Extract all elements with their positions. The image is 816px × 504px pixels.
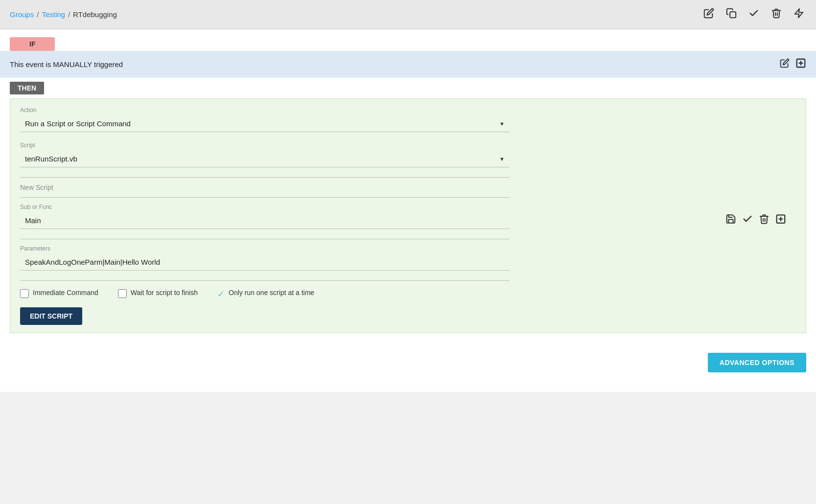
only-run-one-checkmark-icon: ✓ (217, 289, 225, 299)
then-label-row: THEN (0, 78, 816, 98)
add-button[interactable] (775, 214, 786, 227)
breadcrumb-testing[interactable]: Testing (42, 10, 65, 19)
trigger-edit-button[interactable] (780, 58, 790, 70)
script-select[interactable]: tenRunScript.vb (20, 151, 510, 167)
sub-func-label: Sub or Func (20, 204, 796, 210)
action-block: Action Run a Script or Script Command Sc… (10, 98, 806, 333)
wait-script-checkbox[interactable] (118, 289, 127, 298)
divider-4 (20, 280, 510, 281)
header: Groups / Testing / RTdebugging (0, 0, 816, 29)
trigger-add-button[interactable] (795, 58, 806, 71)
immediate-command-checkbox-item: Immediate Command (20, 289, 98, 298)
parameters-input[interactable] (20, 254, 510, 271)
svg-rect-0 (730, 12, 736, 18)
if-label: IF (10, 37, 806, 51)
check-button[interactable] (742, 214, 753, 227)
sub-func-input[interactable] (20, 212, 510, 229)
trigger-row: This event is MANUALLY triggered (0, 51, 816, 78)
action-select[interactable]: Run a Script or Script Command (20, 115, 510, 132)
parameters-field-group: Parameters (20, 245, 796, 271)
new-script-title: New Script (20, 183, 796, 191)
trigger-actions (780, 58, 806, 71)
edit-script-button[interactable]: EDIT SCRIPT (20, 307, 82, 325)
action-select-wrapper: Run a Script or Script Command (20, 115, 510, 132)
if-block: IF (0, 29, 816, 51)
action-field-label: Action (20, 107, 796, 114)
script-field-label: Script (20, 142, 796, 149)
breadcrumb-sep1: / (37, 10, 39, 19)
if-label-text: IF (10, 37, 55, 51)
parameters-label: Parameters (20, 245, 796, 252)
trigger-text: This event is MANUALLY triggered (10, 60, 123, 69)
wait-script-label[interactable]: Wait for script to finish (131, 289, 198, 297)
immediate-command-checkbox[interactable] (20, 289, 29, 298)
breadcrumb-groups[interactable]: Groups (10, 10, 34, 19)
action-field-group: Action Run a Script or Script Command (20, 107, 796, 132)
advanced-options-button[interactable]: ADVANCED OPTIONS (708, 353, 806, 372)
breadcrumb: Groups / Testing / RTdebugging (10, 10, 117, 19)
then-label-text: THEN (10, 82, 44, 94)
checkboxes-row: Immediate Command Wait for script to fin… (20, 289, 796, 299)
save-button[interactable] (725, 214, 736, 227)
header-delete-button[interactable] (769, 6, 784, 23)
header-edit-button[interactable] (701, 6, 716, 23)
wait-script-checkbox-item: Wait for script to finish (118, 289, 198, 298)
divider-2 (20, 197, 510, 198)
delete-button[interactable] (759, 214, 769, 227)
only-run-one-checkbox-item: ✓ Only run one script at a time (217, 289, 314, 299)
header-run-button[interactable] (792, 6, 806, 23)
divider-3 (20, 239, 510, 239)
script-field-group: Script tenRunScript.vb (20, 142, 796, 167)
only-run-one-label: Only run one script at a time (229, 289, 314, 297)
footer: ADVANCED OPTIONS (0, 343, 816, 372)
divider-1 (20, 177, 510, 178)
breadcrumb-sep2: / (68, 10, 70, 19)
immediate-command-label[interactable]: Immediate Command (33, 289, 98, 297)
breadcrumb-current: RTdebugging (73, 10, 117, 19)
action-icon-group (725, 214, 786, 227)
header-check-button[interactable] (746, 6, 761, 23)
header-copy-button[interactable] (724, 6, 739, 23)
header-actions (701, 6, 806, 23)
script-select-wrapper: tenRunScript.vb (20, 151, 510, 167)
sub-func-field-group: Sub or Func (20, 204, 796, 229)
main-content: IF This event is MANUALLY triggered THEN… (0, 29, 816, 392)
